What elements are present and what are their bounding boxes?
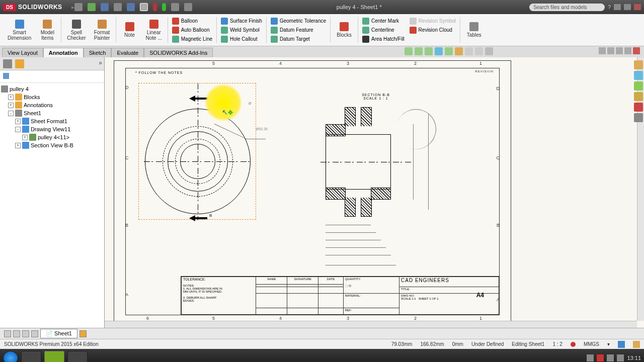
help-status-icon[interactable] <box>618 341 625 348</box>
collapse-icon[interactable]: - <box>15 127 21 132</box>
prev-view-icon[interactable] <box>425 47 433 55</box>
tab-sketch[interactable]: Sketch <box>84 48 112 57</box>
3d-view-icon[interactable] <box>475 47 483 55</box>
open-icon[interactable] <box>88 3 96 11</box>
tab-addins[interactable]: SOLIDWORKS Add-Ins <box>144 48 213 57</box>
tree-tab2-icon[interactable] <box>15 59 24 68</box>
more-icon[interactable] <box>184 3 192 11</box>
weld-symbol-button[interactable]: Weld Symbol <box>219 26 264 34</box>
tree-drawing-view[interactable]: -Drawing View11 <box>15 125 103 133</box>
center-mark-button[interactable]: Center Mark <box>360 17 407 25</box>
tree-pulley-ref[interactable]: +pulley 4<11> <box>22 133 103 141</box>
units-label[interactable]: MMGS <box>584 341 599 347</box>
note-button[interactable]: Note <box>118 15 141 45</box>
surface-finish-button[interactable]: Surface Finish <box>219 17 264 25</box>
tree-section-view[interactable]: +Section View B-B <box>15 141 103 149</box>
zoom-area-icon[interactable] <box>415 47 423 55</box>
appearances-icon[interactable] <box>634 103 643 112</box>
options-icon[interactable] <box>171 3 179 11</box>
viewport-single-icon[interactable] <box>599 47 606 54</box>
datum-target-button[interactable]: Datum Target <box>269 35 328 43</box>
tab-evaluate[interactable]: Evaluate <box>111 48 144 57</box>
tree-root[interactable]: pulley 4 <box>1 85 103 93</box>
tree-sheet1[interactable]: -Sheet1 <box>8 109 103 117</box>
spell-checker-button[interactable]: Spell Checker <box>63 15 89 45</box>
view-settings-icon[interactable] <box>465 47 473 55</box>
viewport-close-icon[interactable] <box>633 47 640 54</box>
resources-icon[interactable] <box>634 60 643 69</box>
blocks-button[interactable]: Blocks <box>333 15 356 45</box>
rebuild-icon[interactable] <box>153 3 157 11</box>
tree-filter[interactable] <box>0 70 104 83</box>
tree-annotations[interactable]: +Annotations <box>8 101 103 109</box>
next-sheet-icon[interactable] <box>22 330 29 337</box>
collapse-icon[interactable]: - <box>8 111 14 116</box>
units-dropdown-icon[interactable]: ▾ <box>607 341 610 347</box>
hole-callout-button[interactable]: Hole Callout <box>219 35 264 43</box>
tree-sheet-format[interactable]: +Sheet Format1 <box>15 117 103 125</box>
zoom-fit-icon[interactable] <box>405 47 413 55</box>
maximize-button[interactable] <box>624 4 631 10</box>
auto-balloon-button[interactable]: Auto Balloon <box>170 26 214 34</box>
expand-icon[interactable]: + <box>15 143 21 148</box>
tray-volume-icon[interactable] <box>607 354 614 361</box>
hide-icon[interactable] <box>455 47 463 55</box>
smart-dimension-button[interactable]: Smart Dimension <box>4 15 35 45</box>
sheet-tab-1[interactable]: 📄 Sheet1 <box>40 329 77 338</box>
expand-icon[interactable]: + <box>8 95 14 100</box>
close-button[interactable] <box>634 4 641 10</box>
viewport-two-icon[interactable] <box>607 47 614 54</box>
help-icon[interactable]: ? <box>608 4 611 10</box>
h-scrollbar[interactable] <box>105 321 637 328</box>
linear-note-button[interactable]: Linear Note ... <box>142 15 166 45</box>
select-icon[interactable] <box>140 3 148 11</box>
section-view[interactable] <box>326 104 446 270</box>
rebuild-status-icon[interactable] <box>633 341 640 348</box>
tree-blocks[interactable]: +Blocks <box>8 93 103 101</box>
tray-flag-icon[interactable] <box>587 354 594 361</box>
magnetic-line-button[interactable]: Magnetic Line <box>170 35 214 43</box>
tree-tab-icon[interactable] <box>3 59 12 68</box>
new-icon[interactable] <box>74 3 83 11</box>
area-hatch-button[interactable]: Area Hatch/Fill <box>360 35 407 43</box>
add-sheet-icon[interactable] <box>79 330 87 337</box>
start-button[interactable] <box>3 351 18 362</box>
save-icon[interactable] <box>101 3 109 11</box>
balloon-button[interactable]: Balloon <box>170 17 214 25</box>
custom-props-icon[interactable] <box>634 113 643 122</box>
file-explorer-icon[interactable] <box>634 81 643 90</box>
revision-cloud-button[interactable]: Revision Cloud <box>408 26 458 34</box>
extra-icon[interactable] <box>485 47 493 55</box>
taskbar-app3[interactable] <box>67 351 88 362</box>
minimize-button[interactable] <box>614 4 621 10</box>
view-palette-icon[interactable] <box>634 92 643 101</box>
undo-icon[interactable] <box>127 3 135 11</box>
display-icon[interactable] <box>445 47 453 55</box>
taskbar-solidworks[interactable] <box>44 351 64 362</box>
tab-view-layout[interactable]: View Layout <box>2 48 43 57</box>
tables-button[interactable]: Tables <box>462 15 486 45</box>
print-icon[interactable] <box>114 3 122 11</box>
design-library-icon[interactable] <box>634 71 643 80</box>
viewport-link-icon[interactable] <box>624 47 631 54</box>
first-sheet-icon[interactable] <box>4 330 11 337</box>
prev-sheet-icon[interactable] <box>13 330 20 337</box>
model-items-button[interactable]: Model Items <box>36 15 59 45</box>
expand-icon[interactable]: + <box>22 135 28 140</box>
expand-icon[interactable]: + <box>8 103 14 108</box>
tray-battery-icon[interactable] <box>617 354 624 361</box>
taskbar-explorer[interactable] <box>21 351 41 362</box>
section-icon[interactable] <box>435 47 443 55</box>
viewport-four-icon[interactable] <box>616 47 623 54</box>
clock[interactable]: 13:11 <box>627 355 641 361</box>
search-input[interactable]: Search files and models <box>529 4 605 11</box>
tab-annotation[interactable]: Annotation <box>43 48 84 57</box>
format-painter-button[interactable]: Format Painter <box>91 15 114 45</box>
drawing-canvas[interactable]: D D C C B B A A 6 5 4 3 2 1 5 4 3 2 1 * … <box>105 57 644 328</box>
datum-feature-button[interactable]: Datum Feature <box>269 26 328 34</box>
centerline-button[interactable]: Centerline <box>360 26 407 34</box>
revision-symbol-button[interactable]: Revision Symbol <box>408 17 458 25</box>
last-sheet-icon[interactable] <box>31 330 38 337</box>
collapse-tree-icon[interactable]: » <box>99 59 102 66</box>
tray-network-icon[interactable] <box>597 354 604 361</box>
